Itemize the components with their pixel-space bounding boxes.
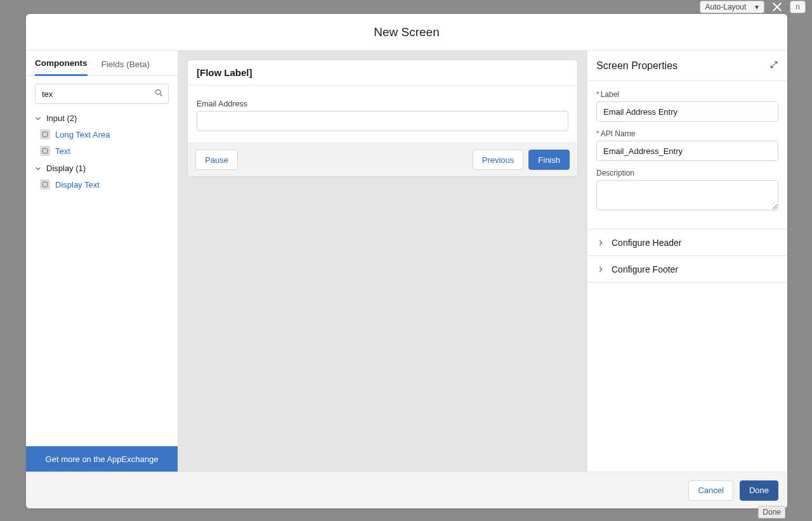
accordion-label: Configure Header <box>612 238 682 248</box>
canvas: [Flow Label] Email Address Pause Previou… <box>178 51 587 472</box>
chevron-down-icon <box>34 114 43 123</box>
accordion-label: Configure Footer <box>612 264 678 274</box>
tree-item-display-text[interactable]: Display Text <box>37 176 173 193</box>
background-button[interactable]: n <box>790 1 806 13</box>
component-icon <box>40 179 50 190</box>
close-icon[interactable] <box>769 0 785 15</box>
appexchange-button[interactable]: Get more on the AppExchange <box>26 446 178 472</box>
tree-item-label: Text <box>55 146 70 156</box>
required-indicator: * <box>596 90 599 99</box>
tree-group-input: Input (2) Long Text Area <box>31 110 173 159</box>
chevron-right-icon <box>596 238 605 247</box>
tree-header-display[interactable]: Display (1) <box>31 160 173 176</box>
canvas-field-label: Email Address <box>197 100 568 108</box>
canvas-field-input[interactable] <box>197 111 568 131</box>
tree-item-long-text-area[interactable]: Long Text Area <box>37 126 173 143</box>
tab-fields[interactable]: Fields (Beta) <box>102 53 150 75</box>
label-caption: Label <box>601 90 619 99</box>
appexchange-label: Get more on the AppExchange <box>46 454 159 464</box>
pause-button[interactable]: Pause <box>195 150 238 170</box>
properties-accordion: Configure Header Configure Footer <box>587 229 787 283</box>
svg-point-2 <box>156 90 161 95</box>
description-input[interactable] <box>596 180 778 210</box>
canvas-footer: Pause Previous Finish <box>188 143 577 176</box>
flow-label-header: [Flow Label] <box>188 60 577 86</box>
component-icon <box>40 146 50 156</box>
required-indicator: * <box>596 129 599 138</box>
svg-rect-6 <box>43 182 48 187</box>
finish-button[interactable]: Finish <box>528 150 570 170</box>
description-caption: Description <box>596 169 634 177</box>
svg-line-7 <box>771 61 776 67</box>
tree-header-label: Input (2) <box>46 113 77 123</box>
caret-down-icon: ▾ <box>755 3 759 11</box>
tree-group-display: Display (1) Display Text <box>31 160 173 193</box>
modal-title: New Screen <box>26 14 787 51</box>
tree-item-text[interactable]: Text <box>37 143 173 159</box>
done-tooltip: Done <box>758 506 785 518</box>
search-box <box>35 84 169 104</box>
component-icon <box>40 129 50 139</box>
api-name-caption: API Name <box>601 129 636 138</box>
label-input[interactable] <box>596 101 778 122</box>
new-screen-modal: New Screen Components Fields (Beta) <box>26 14 787 508</box>
search-input[interactable] <box>35 84 169 104</box>
svg-rect-5 <box>43 148 48 153</box>
tab-components[interactable]: Components <box>35 52 88 76</box>
tree-header-label: Display (1) <box>46 164 86 173</box>
components-panel: Components Fields (Beta) I <box>26 51 178 472</box>
api-name-input[interactable] <box>596 141 778 161</box>
previous-button[interactable]: Previous <box>473 150 524 170</box>
properties-panel: Screen Properties *Label *API Name Descr… <box>587 51 787 472</box>
done-button[interactable]: Done <box>740 480 778 501</box>
screen-preview-card: [Flow Label] Email Address Pause Previou… <box>187 60 578 177</box>
modal-footer: Cancel Done <box>26 472 787 508</box>
tree-item-label: Display Text <box>55 180 100 190</box>
cancel-button[interactable]: Cancel <box>688 480 733 501</box>
chevron-right-icon <box>596 265 605 274</box>
layout-select-label: Auto-Layout <box>705 3 747 11</box>
accordion-configure-footer[interactable]: Configure Footer <box>587 256 787 283</box>
left-tabs: Components Fields (Beta) <box>26 51 178 76</box>
expand-icon[interactable] <box>769 60 778 72</box>
svg-rect-4 <box>43 132 48 137</box>
chevron-down-icon <box>34 164 43 173</box>
background-toolbar: Auto-Layout ▾ n <box>693 0 812 14</box>
component-tree: Input (2) Long Text Area <box>26 108 178 446</box>
accordion-configure-header[interactable]: Configure Header <box>587 229 787 256</box>
tree-item-label: Long Text Area <box>55 130 110 139</box>
search-icon <box>154 88 164 100</box>
layout-select[interactable]: Auto-Layout ▾ <box>700 1 765 13</box>
properties-title: Screen Properties <box>596 60 678 72</box>
tree-header-input[interactable]: Input (2) <box>31 110 173 126</box>
svg-line-3 <box>160 94 162 96</box>
